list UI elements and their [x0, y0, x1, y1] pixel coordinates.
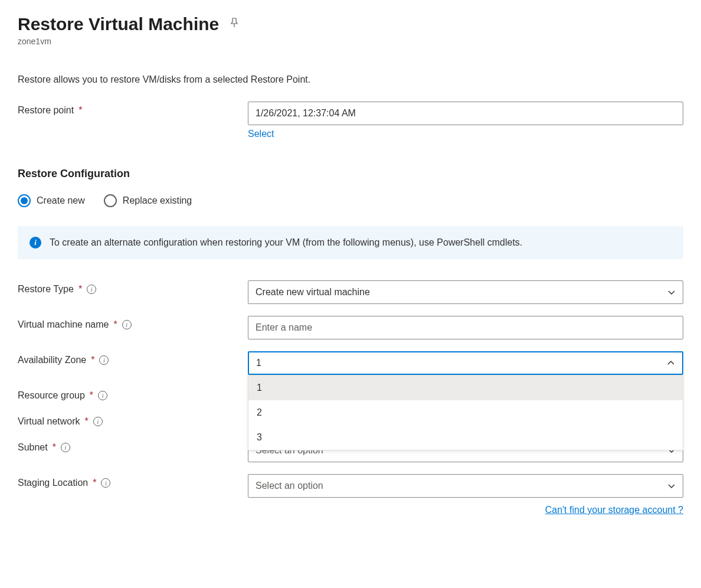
- help-icon[interactable]: i: [61, 443, 70, 452]
- page-title: Restore Virtual Machine: [18, 14, 219, 34]
- availability-zone-label: Availability Zone * i: [18, 351, 248, 365]
- radio-replace-existing-label: Replace existing: [123, 195, 192, 206]
- help-icon[interactable]: i: [87, 285, 96, 294]
- required-asterisk: *: [113, 319, 117, 330]
- required-asterisk: *: [78, 105, 82, 116]
- help-icon[interactable]: i: [101, 478, 110, 488]
- required-asterisk: *: [85, 416, 89, 427]
- restore-config-heading: Restore Configuration: [18, 168, 683, 180]
- zone-option-3[interactable]: 3: [248, 425, 683, 450]
- required-asterisk: *: [78, 284, 82, 295]
- radio-replace-existing-control[interactable]: [104, 194, 117, 207]
- zone-option-1[interactable]: 1: [248, 375, 683, 400]
- restore-point-label: Restore point *: [18, 102, 248, 116]
- subnet-label: Subnet * i: [18, 439, 248, 453]
- help-icon[interactable]: i: [98, 391, 107, 400]
- required-asterisk: *: [90, 390, 93, 401]
- restore-type-dropdown[interactable]: Create new virtual machine: [248, 280, 683, 304]
- radio-create-new-control[interactable]: [18, 194, 31, 207]
- chevron-up-icon: [667, 359, 675, 367]
- select-restore-point-link[interactable]: Select: [248, 129, 274, 139]
- availability-zone-menu: 1 2 3: [248, 375, 683, 450]
- info-icon: i: [30, 237, 41, 249]
- staging-location-dropdown[interactable]: Select an option: [248, 474, 683, 498]
- help-icon[interactable]: i: [99, 355, 109, 365]
- info-banner: i To create an alternate configuration w…: [18, 226, 683, 259]
- staging-location-label: Staging Location * i: [18, 474, 248, 488]
- virtual-network-label: Virtual network * i: [18, 413, 248, 427]
- resource-subtitle: zone1vm: [18, 37, 683, 46]
- radio-create-new[interactable]: Create new: [18, 194, 85, 207]
- resource-group-label: Resource group * i: [18, 387, 248, 401]
- radio-replace-existing[interactable]: Replace existing: [104, 194, 192, 207]
- chevron-down-icon: [667, 288, 676, 296]
- radio-create-new-label: Create new: [37, 195, 85, 206]
- availability-zone-dropdown[interactable]: 1: [248, 351, 683, 375]
- cant-find-storage-link[interactable]: Can't find your storage account ?: [545, 505, 683, 515]
- chevron-down-icon: [667, 482, 676, 490]
- restore-point-input[interactable]: [248, 102, 683, 125]
- info-banner-text: To create an alternate configuration whe…: [50, 237, 522, 248]
- description-text: Restore allows you to restore VM/disks f…: [18, 74, 683, 85]
- zone-option-2[interactable]: 2: [248, 400, 683, 425]
- pin-icon[interactable]: [228, 17, 240, 32]
- restore-type-label: Restore Type * i: [18, 280, 248, 295]
- help-icon[interactable]: i: [93, 417, 103, 426]
- vm-name-input[interactable]: [248, 316, 683, 339]
- required-asterisk: *: [91, 355, 94, 365]
- help-icon[interactable]: i: [122, 320, 132, 329]
- required-asterisk: *: [93, 478, 96, 488]
- required-asterisk: *: [53, 442, 56, 453]
- vm-name-label: Virtual machine name * i: [18, 316, 248, 330]
